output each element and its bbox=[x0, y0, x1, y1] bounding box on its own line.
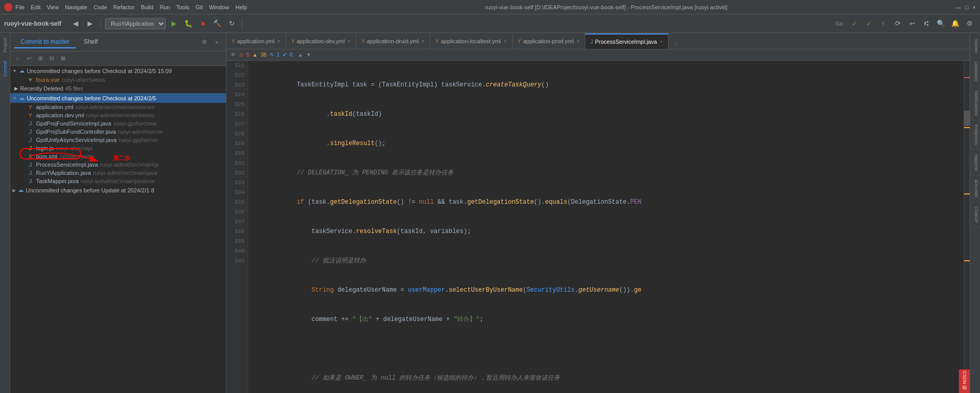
group-label-2: Uncommitted changes before Checkout at 2… bbox=[27, 95, 156, 101]
tab-close-app-prod[interactable]: × bbox=[577, 39, 580, 44]
tab-shelf[interactable]: Shelf bbox=[78, 36, 104, 48]
debug-btn[interactable]: 🐛 bbox=[182, 17, 195, 30]
close-btn[interactable]: × bbox=[973, 4, 976, 10]
menu-git[interactable]: Git bbox=[196, 4, 203, 10]
tab-app-dev-yml[interactable]: Y application-dev.yml × bbox=[286, 33, 356, 49]
editor-scrollbar[interactable] bbox=[964, 61, 970, 393]
window-controls[interactable]: — □ × bbox=[955, 4, 976, 10]
vcs-close-btn[interactable]: × bbox=[212, 37, 222, 47]
sidebar-right-apppost[interactable]: Apppost bbox=[970, 150, 980, 175]
tree-item-app-dev-yml[interactable]: Y application-dev.yml ruoyi-admin\src\ma… bbox=[10, 111, 226, 119]
recently-deleted-header[interactable]: ▶ Recently Deleted 45 files bbox=[10, 84, 226, 93]
tree-item-task-mapper[interactable]: J TaskMapper.java ruoyi-activiti\src\mai… bbox=[10, 177, 226, 185]
vcs-collapse-btn[interactable]: ⊠ bbox=[58, 53, 68, 64]
tab-close-app-yml[interactable]: × bbox=[277, 39, 280, 44]
menu-help[interactable]: Help bbox=[235, 4, 247, 10]
caret-down: ▼ bbox=[306, 52, 311, 58]
vcs-tab-icons: ⚙ × bbox=[199, 37, 222, 47]
right-side-labels: Maven Database Notifications Endpoints A… bbox=[970, 33, 980, 393]
menu-build[interactable]: Build bbox=[141, 4, 153, 10]
tab-app-druid-yml[interactable]: Y application-druid.yml × bbox=[356, 33, 430, 49]
vcs-refresh-btn[interactable]: ↑ bbox=[12, 53, 23, 64]
toolbar-forward-btn[interactable]: ▶ bbox=[84, 17, 96, 30]
tab-close-app-dev[interactable]: × bbox=[348, 39, 351, 44]
menu-navigate[interactable]: Navigate bbox=[65, 4, 87, 10]
build-btn[interactable]: 🔨 bbox=[211, 17, 223, 30]
tree-group-header-2[interactable]: ▼ ☁ Uncommitted changes before Checkout … bbox=[10, 93, 226, 103]
menu-refactor[interactable]: Refactor bbox=[113, 4, 135, 10]
vcs-expand-btn[interactable]: ⊟ bbox=[46, 53, 57, 64]
run-config-select[interactable]: RuoYiApplication bbox=[105, 18, 166, 29]
scrollbar-thumb[interactable] bbox=[964, 111, 970, 126]
tree-item-gpd-sub[interactable]: J GpdProjSubFundController.java ruoyi-ad… bbox=[10, 128, 226, 136]
yml-tab-icon-1: Y bbox=[232, 39, 235, 44]
menu-edit[interactable]: Edit bbox=[31, 4, 41, 10]
vcs-settings-btn[interactable]: ⚙ bbox=[199, 37, 209, 47]
git-back-btn[interactable]: ↩ bbox=[906, 17, 918, 30]
tree-item-ruoyi-app[interactable]: J RuoYiApplication.java ruoyi-admin\src\… bbox=[10, 169, 226, 177]
search-btn[interactable]: 🔍 bbox=[935, 17, 947, 30]
maximize-btn[interactable]: □ bbox=[965, 4, 969, 10]
sidebar-right-chatgp[interactable]: ChatGP bbox=[970, 202, 980, 227]
menu-file[interactable]: File bbox=[15, 4, 25, 10]
toolbar-back-btn[interactable]: ◀ bbox=[69, 17, 82, 30]
tab-app-yml[interactable]: Y application.yml × bbox=[226, 33, 286, 49]
tree-item-pom-xml[interactable]: X pom.xml <project root> bbox=[10, 152, 226, 160]
error-icon: ⚠ bbox=[239, 52, 243, 58]
code-editor[interactable]: 321 322 323 324 325 326 327 328 329 330 … bbox=[226, 61, 970, 393]
settings-btn[interactable]: ⚙ bbox=[964, 17, 976, 30]
notifications-btn[interactable]: 🔔 bbox=[949, 17, 961, 30]
tree-item-app-yml[interactable]: Y application.yml ruoyi-admin\src\main\r… bbox=[10, 103, 226, 111]
menu-bar[interactable]: File Edit View Navigate Code Refactor Bu… bbox=[15, 4, 247, 10]
code-content[interactable]: TaskEntityImpl task = (TaskEntityImpl) t… bbox=[248, 61, 964, 393]
tree-group-header-1[interactable]: ▼ ☁ Uncommitted changes before Checkout … bbox=[10, 66, 226, 76]
git-push-btn[interactable]: ↑ bbox=[877, 17, 889, 30]
run-btn[interactable]: ▶ bbox=[168, 17, 180, 30]
tab-close-app-localtest[interactable]: × bbox=[504, 39, 506, 44]
git-branch-btn[interactable]: ⑆ bbox=[920, 17, 933, 30]
sidebar-right-database[interactable]: Database bbox=[970, 58, 980, 86]
sync-btn[interactable]: ↻ bbox=[225, 17, 238, 30]
minimize-btn[interactable]: — bbox=[955, 4, 961, 10]
menu-run[interactable]: Run bbox=[160, 4, 170, 10]
menu-code[interactable]: Code bbox=[94, 4, 107, 10]
menu-window[interactable]: Window bbox=[209, 4, 229, 10]
tabs-more-btn[interactable]: ⋮ bbox=[671, 39, 681, 49]
sidebar-right-maven[interactable]: Maven bbox=[970, 35, 980, 58]
sidebar-item-project[interactable]: Project bbox=[2, 35, 9, 56]
menu-tools[interactable]: Tools bbox=[176, 4, 189, 10]
tree-group-header-3[interactable]: ▶ ☁ Uncommitted changes before Update at… bbox=[10, 185, 226, 195]
sidebar-item-commit[interactable]: Commit bbox=[2, 58, 9, 80]
tree-group-1: ▼ ☁ Uncommitted changes before Checkout … bbox=[10, 66, 226, 84]
tab-process-impl[interactable]: J ProcessServiceImpl.java × bbox=[585, 33, 669, 49]
csdn-badge[interactable]: CSDN @ 作者 bbox=[959, 369, 970, 393]
stop-btn[interactable]: ■ bbox=[197, 17, 209, 30]
tab-close-app-druid[interactable]: × bbox=[422, 39, 425, 44]
vcs-group-btn[interactable]: ⊞ bbox=[35, 53, 45, 64]
tree-item-foura-vue[interactable]: ▼ foura.vue ruoyi-ui\src\views bbox=[10, 76, 226, 84]
tab-app-localtest-yml[interactable]: Y application-localtest.yml × bbox=[430, 33, 513, 49]
tree-item-login-js[interactable]: J login.js ruoyi-ui\src\api bbox=[10, 144, 226, 152]
git-fetch-btn[interactable]: ⟳ bbox=[891, 17, 904, 30]
java-icon-5: J bbox=[27, 170, 34, 176]
sidebar-right-aixcoder[interactable]: aiXcoder bbox=[970, 175, 980, 203]
sidebar-right-endpoints[interactable]: Endpoints bbox=[970, 120, 980, 150]
arrow-icon: ▼ bbox=[12, 68, 17, 74]
tree-item-gpd-async[interactable]: J GpdUnifyAsyncServiceImpl.java ruoyi-gp… bbox=[10, 136, 226, 144]
sidebar-right-notifications[interactable]: Notifications bbox=[970, 86, 980, 120]
tab-app-prod-yml[interactable]: Y application-prod.yml × bbox=[513, 33, 585, 49]
git-check-btn[interactable]: ✓ bbox=[848, 17, 861, 30]
vcs-tabs: Commit to master Shelf ⚙ × bbox=[10, 33, 226, 51]
file-tree[interactable]: ▼ ☁ Uncommitted changes before Checkout … bbox=[10, 66, 226, 393]
vcs-rollback-btn[interactable]: ↩ bbox=[24, 53, 34, 64]
tab-close-process[interactable]: × bbox=[660, 39, 662, 44]
tree-item-process-impl[interactable]: J ProcessServiceImpl.java ruoyi-activiti… bbox=[10, 160, 226, 169]
editor-tabs: Y application.yml × Y application-dev.ym… bbox=[226, 33, 970, 49]
tab-commit-to-master[interactable]: Commit to master bbox=[14, 36, 76, 48]
toolbar-sep1 bbox=[100, 19, 101, 29]
file-path-app-dev: ruoyi-admin\src\main\resou bbox=[86, 112, 154, 118]
git-ok-btn[interactable]: ✓ bbox=[863, 17, 875, 30]
tree-item-gpd-fund[interactable]: J GpdProjFundServiceImpl.java ruoyi-gpd\… bbox=[10, 119, 226, 128]
menu-view[interactable]: View bbox=[47, 4, 59, 10]
line-num-337: 337 bbox=[230, 217, 244, 227]
